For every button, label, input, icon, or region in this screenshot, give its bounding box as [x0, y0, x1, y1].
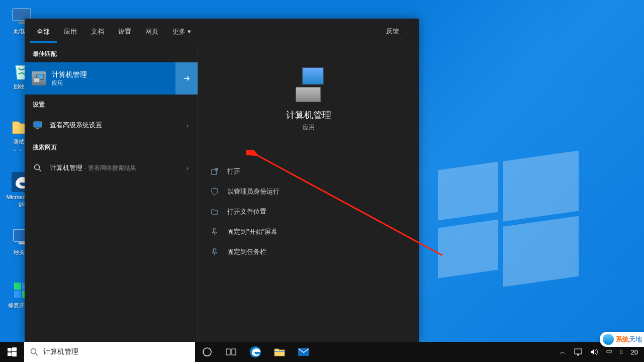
section-best-match: 最佳匹配 — [25, 44, 198, 62]
action-list: 打开 以管理员身份运行 打开文件位置 固定到"开始"屏幕 固定到任务栏 — [198, 154, 419, 269]
chevron-right-icon: › — [187, 164, 189, 172]
svg-rect-5 — [14, 283, 21, 290]
more-options-icon[interactable]: ··· — [405, 28, 414, 35]
results-column: 最佳匹配 计算机管理 应用 设置 查看高级系统设置 › 搜索网页 计算机管理 -… — [25, 19, 198, 342]
svg-line-22 — [36, 353, 38, 356]
svg-line-14 — [39, 169, 42, 172]
svg-rect-29 — [575, 349, 582, 354]
web-result-suffix: - 查看网络搜索结果 — [82, 164, 136, 171]
svg-rect-24 — [226, 349, 230, 355]
feedback-link[interactable]: 反馈 — [386, 27, 399, 36]
chevron-right-icon: › — [187, 122, 189, 129]
tab-all[interactable]: 全部 — [30, 20, 57, 43]
taskbar-explorer[interactable] — [267, 342, 292, 362]
start-button[interactable] — [0, 342, 24, 362]
tray-ime-lang[interactable]: 中 — [604, 348, 614, 356]
tab-more[interactable]: 更多 ▾ — [165, 20, 198, 43]
svg-rect-25 — [232, 349, 236, 355]
tray-volume-icon[interactable] — [588, 348, 600, 355]
tray-chevron-up-icon[interactable]: ︿ — [558, 347, 568, 356]
web-result-item[interactable]: 计算机管理 - 查看网络搜索结果 › — [25, 156, 198, 180]
windows-icon — [8, 347, 17, 356]
mail-icon — [298, 347, 310, 357]
section-settings: 设置 — [25, 95, 198, 113]
preview-column: 计算机管理 应用 打开 以管理员身份运行 打开文件位置 固定到"开始"屏幕 — [198, 19, 419, 342]
cortana-icon — [202, 347, 212, 357]
search-input-value: 计算机管理 — [43, 347, 78, 356]
tray-clock[interactable]: 20 — [629, 348, 640, 356]
explorer-icon — [274, 347, 285, 357]
pin-icon — [210, 247, 219, 256]
best-match-title: 计算机管理 — [52, 70, 87, 79]
folder-location-icon — [210, 207, 219, 216]
tray-network-icon[interactable] — [572, 348, 584, 355]
svg-rect-7 — [14, 291, 21, 298]
search-icon — [30, 348, 38, 356]
globe-icon — [603, 334, 614, 345]
open-icon — [210, 167, 219, 176]
task-view-icon — [226, 347, 237, 356]
svg-rect-19 — [8, 352, 12, 356]
search-icon — [33, 163, 43, 173]
preview-header: 计算机管理 应用 — [198, 44, 419, 154]
pin-icon — [210, 227, 219, 236]
svg-rect-30 — [577, 354, 579, 355]
svg-rect-11 — [34, 122, 42, 127]
edge-icon — [249, 346, 261, 358]
tab-apps[interactable]: 应用 — [57, 20, 84, 43]
svg-rect-12 — [36, 128, 39, 129]
svg-point-21 — [31, 349, 36, 354]
svg-rect-10 — [34, 78, 40, 82]
shield-icon — [210, 187, 219, 196]
web-result-title: 计算机管理 — [50, 164, 82, 171]
svg-rect-17 — [8, 348, 12, 351]
section-web: 搜索网页 — [25, 137, 198, 156]
taskbar: 计算机管理 ︿ 中 𣊫 20 — [0, 342, 644, 362]
settings-result-item[interactable]: 查看高级系统设置 › — [25, 113, 198, 137]
preview-title: 计算机管理 — [286, 109, 331, 121]
cortana-button[interactable] — [195, 342, 219, 362]
computer-management-large-icon — [291, 66, 327, 102]
tab-docs[interactable]: 文档 — [84, 20, 111, 43]
watermark: 系统天地 — [600, 332, 644, 347]
tray-ime-mode[interactable]: 𣊫 — [618, 348, 624, 355]
action-pin-start[interactable]: 固定到"开始"屏幕 — [198, 222, 419, 242]
svg-point-13 — [35, 165, 40, 170]
computer-management-icon — [32, 71, 46, 85]
taskbar-mail[interactable] — [292, 342, 316, 362]
best-match-expand[interactable] — [175, 62, 198, 95]
chevron-down-icon: ▾ — [188, 28, 191, 35]
best-match-item[interactable]: 计算机管理 应用 — [25, 62, 175, 95]
windows-wallpaper-logo — [438, 156, 579, 297]
svg-rect-1 — [19, 22, 25, 24]
tab-web[interactable]: 网页 — [138, 20, 165, 43]
action-run-admin[interactable]: 以管理员身份运行 — [198, 182, 419, 202]
action-open[interactable]: 打开 — [198, 161, 419, 182]
preview-type: 应用 — [303, 123, 315, 132]
svg-rect-4 — [19, 242, 25, 244]
svg-rect-27 — [274, 351, 285, 352]
best-match-subtitle: 应用 — [52, 79, 87, 87]
svg-rect-20 — [12, 352, 17, 356]
action-open-location[interactable]: 打开文件位置 — [198, 202, 419, 222]
task-view-button[interactable] — [219, 342, 243, 362]
search-flyout: 全部 应用 文档 设置 网页 更多 ▾ 反馈 ··· 最佳匹配 计算机管理 应用 — [25, 19, 419, 342]
monitor-icon — [33, 120, 43, 130]
svg-rect-28 — [298, 348, 309, 356]
action-pin-taskbar[interactable]: 固定到任务栏 — [198, 242, 419, 262]
taskbar-search[interactable]: 计算机管理 — [24, 342, 195, 362]
svg-rect-18 — [12, 347, 17, 351]
settings-result-label: 查看高级系统设置 — [50, 121, 102, 130]
search-tabs-bar: 全部 应用 文档 设置 网页 更多 ▾ 反馈 ··· — [25, 19, 419, 44]
svg-point-23 — [203, 348, 211, 356]
arrow-right-icon — [182, 74, 191, 82]
taskbar-edge[interactable] — [243, 342, 267, 362]
tab-settings[interactable]: 设置 — [111, 20, 138, 43]
